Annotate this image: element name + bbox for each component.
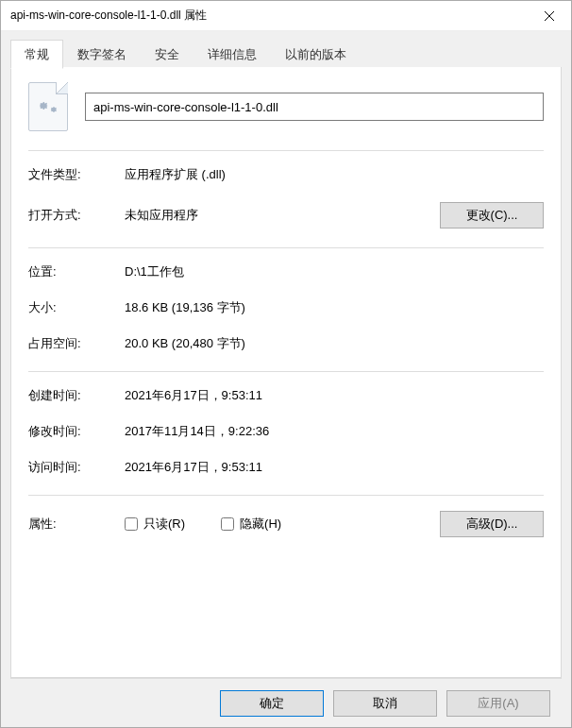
tab-signatures[interactable]: 数字签名 bbox=[63, 40, 141, 68]
label-attributes: 属性: bbox=[28, 516, 125, 533]
file-type-icon bbox=[28, 82, 68, 131]
label-open-with: 打开方式: bbox=[28, 207, 125, 224]
hidden-checkbox[interactable]: 隐藏(H) bbox=[221, 516, 281, 533]
close-button[interactable] bbox=[528, 1, 571, 31]
tab-general[interactable]: 常规 bbox=[10, 40, 63, 69]
label-size: 大小: bbox=[28, 299, 125, 316]
value-size-on-disk: 20.0 KB (20,480 字节) bbox=[125, 335, 544, 352]
window-title: api-ms-win-core-console-l1-1-0.dll 属性 bbox=[10, 8, 207, 24]
divider bbox=[28, 371, 544, 372]
divider bbox=[28, 495, 544, 496]
readonly-label: 只读(R) bbox=[143, 516, 185, 533]
label-location: 位置: bbox=[28, 263, 125, 280]
ok-button[interactable]: 确定 bbox=[220, 690, 324, 717]
value-size: 18.6 KB (19,136 字节) bbox=[125, 299, 544, 316]
divider bbox=[28, 247, 544, 248]
value-modified: 2017年11月14日，9:22:36 bbox=[125, 423, 544, 440]
value-file-type: 应用程序扩展 (.dll) bbox=[125, 166, 544, 183]
label-modified: 修改时间: bbox=[28, 423, 125, 440]
label-size-on-disk: 占用空间: bbox=[28, 335, 125, 352]
label-created: 创建时间: bbox=[28, 387, 125, 404]
tab-security[interactable]: 安全 bbox=[141, 40, 193, 68]
content-area: 常规 数字签名 安全 详细信息 以前的版本 文件类型: 应用程序扩展 (.dll… bbox=[1, 31, 571, 727]
readonly-input[interactable] bbox=[125, 517, 138, 531]
button-bar: 确定 取消 应用(A) bbox=[10, 678, 562, 727]
hidden-input[interactable] bbox=[221, 517, 234, 531]
tabstrip: 常规 数字签名 安全 详细信息 以前的版本 bbox=[10, 40, 562, 68]
titlebar: api-ms-win-core-console-l1-1-0.dll 属性 bbox=[1, 1, 571, 31]
general-panel: 文件类型: 应用程序扩展 (.dll) 打开方式: 未知应用程序 更改(C)..… bbox=[10, 67, 562, 678]
cancel-button[interactable]: 取消 bbox=[333, 690, 437, 717]
properties-window: api-ms-win-core-console-l1-1-0.dll 属性 常规… bbox=[0, 0, 572, 728]
apply-button[interactable]: 应用(A) bbox=[446, 690, 550, 717]
readonly-checkbox[interactable]: 只读(R) bbox=[125, 516, 185, 533]
value-location: D:\1工作包 bbox=[125, 263, 544, 280]
filename-input[interactable] bbox=[85, 93, 544, 121]
value-created: 2021年6月17日，9:53:11 bbox=[125, 387, 544, 404]
value-open-with: 未知应用程序 bbox=[125, 207, 430, 224]
hidden-label: 隐藏(H) bbox=[240, 516, 281, 533]
tab-details[interactable]: 详细信息 bbox=[193, 40, 271, 68]
label-accessed: 访问时间: bbox=[28, 459, 125, 476]
change-button[interactable]: 更改(C)... bbox=[440, 202, 544, 229]
gear-icon bbox=[47, 104, 59, 115]
close-icon bbox=[545, 11, 554, 21]
value-accessed: 2021年6月17日，9:53:11 bbox=[125, 459, 544, 476]
divider bbox=[28, 150, 544, 151]
advanced-button[interactable]: 高级(D)... bbox=[440, 511, 544, 537]
tab-previous[interactable]: 以前的版本 bbox=[271, 40, 361, 68]
label-file-type: 文件类型: bbox=[28, 166, 125, 183]
